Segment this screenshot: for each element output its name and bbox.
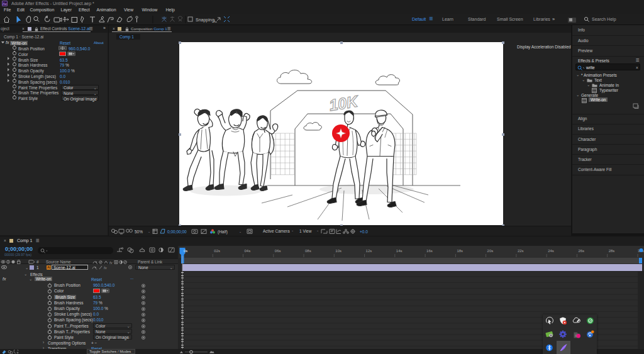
- svg-text:50%: 50%: [135, 230, 143, 234]
- svg-text:⌄: ⌄: [148, 230, 150, 233]
- svg-text:+0.0: +0.0: [360, 230, 368, 234]
- svg-text:(Half): (Half): [218, 230, 228, 235]
- svg-text:⌄: ⌄: [239, 230, 242, 233]
- svg-text:Snapping: Snapping: [196, 18, 214, 23]
- svg-text:0;00;00;00: 0;00;00;00: [167, 230, 187, 234]
- svg-text:10K: 10K: [328, 92, 360, 114]
